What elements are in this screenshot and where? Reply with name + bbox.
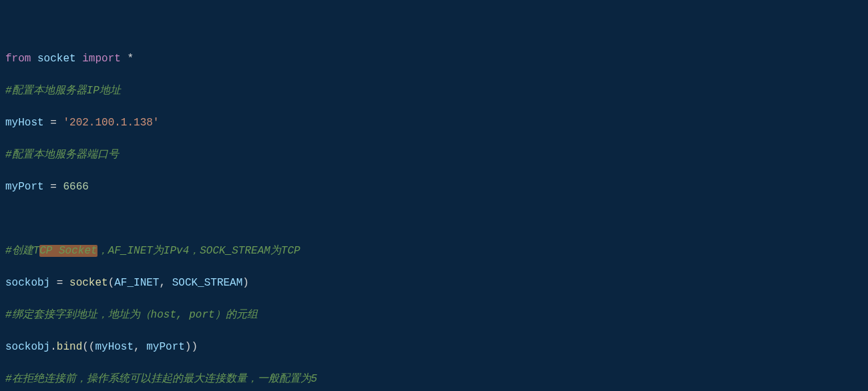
const-sockstream: SOCK_STREAM [172, 277, 243, 289]
assign-op: = [44, 117, 63, 129]
space [76, 53, 83, 65]
fn-socket: socket [69, 277, 108, 289]
module-name: socket [37, 53, 76, 65]
string-literal: '202.100.1.138' [63, 117, 159, 129]
fn-bind: bind [57, 341, 82, 353]
comment: #绑定套接字到地址，地址为（host, port）的元组 [5, 309, 258, 321]
code-line-2: #配置本地服务器IP地址 [5, 83, 863, 99]
paren-open: (( [82, 341, 95, 353]
assign-op: = [44, 181, 63, 193]
var-myport: myPort [5, 181, 44, 193]
code-line-3: myHost = '202.100.1.138' [5, 115, 863, 131]
keyword-from: from [5, 53, 31, 65]
comma: , [134, 341, 146, 353]
arg-myport: myPort [146, 341, 185, 353]
code-line-5: myPort = 6666 [5, 179, 863, 195]
paren-close: )) [185, 341, 198, 353]
code-line-1: from socket import * [5, 51, 863, 67]
space [31, 53, 37, 65]
import-star: * [127, 53, 134, 65]
comment: #创建T [5, 245, 39, 257]
comment: ，AF_INET为IPv4，SOCK_STREAM为TCP [97, 245, 300, 257]
const-afinet: AF_INET [114, 277, 159, 289]
number-literal: 6666 [63, 181, 88, 193]
assign-op: = [50, 277, 69, 289]
arg-myhost: myHost [95, 341, 134, 353]
var-sockobj: sockobj [5, 277, 50, 289]
comment: #在拒绝连接前，操作系统可以挂起的最大连接数量，一般配置为5 [5, 373, 317, 385]
code-line-8: sockobj = socket(AF_INET, SOCK_STREAM) [5, 275, 863, 291]
paren-open: ( [108, 277, 115, 289]
comment: #配置本地服务器IP地址 [5, 85, 121, 97]
code-line-11: #在拒绝连接前，操作系统可以挂起的最大连接数量，一般配置为5 [5, 371, 863, 387]
space [121, 53, 128, 65]
code-line-4: #配置本地服务器端口号 [5, 147, 863, 163]
dot: . [50, 341, 57, 353]
code-line-7: #创建TCP Socket，AF_INET为IPv4，SOCK_STREAM为T… [5, 243, 863, 259]
code-line-6 [5, 211, 863, 227]
var-sockobj: sockobj [5, 341, 50, 353]
comment: #配置本地服务器端口号 [5, 149, 119, 161]
paren-close: ) [242, 277, 249, 289]
keyword-import: import [82, 53, 121, 65]
selection-highlight[interactable]: CP Socket [39, 245, 97, 257]
code-line-9: #绑定套接字到地址，地址为（host, port）的元组 [5, 307, 863, 323]
comma: , [159, 277, 172, 289]
code-line-10: sockobj.bind((myHost, myPort)) [5, 339, 863, 355]
var-myhost: myHost [5, 117, 44, 129]
